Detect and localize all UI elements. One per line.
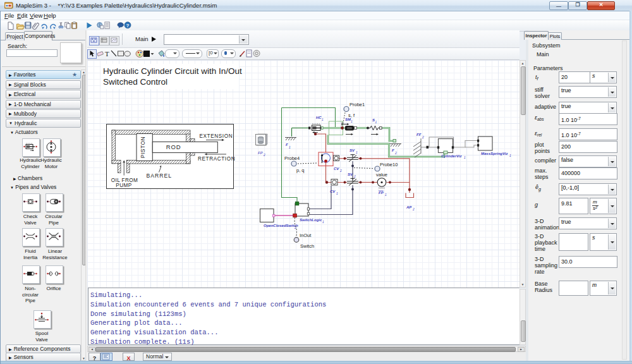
svg-text:1: 1 bbox=[336, 192, 338, 195]
svg-text:T: T bbox=[105, 50, 109, 58]
svg-text:PISTON: PISTON bbox=[140, 136, 146, 159]
svg-text:F: F bbox=[286, 143, 288, 147]
svg-text:HC: HC bbox=[316, 116, 322, 119]
svg-text:2: 2 bbox=[394, 152, 397, 155]
svg-text:ROD: ROD bbox=[166, 143, 181, 150]
svg-text:1: 1 bbox=[385, 193, 387, 197]
svg-text:Switched Control: Switched Control bbox=[103, 77, 167, 87]
svg-text:2: 2 bbox=[263, 154, 265, 157]
svg-text:2: 2 bbox=[412, 208, 415, 211]
svg-text:1: 1 bbox=[351, 120, 353, 123]
svg-text:2: 2 bbox=[353, 175, 356, 178]
svg-text:InOut: InOut bbox=[300, 233, 312, 238]
svg-text:S: S bbox=[372, 118, 375, 122]
svg-text:BARREL: BARREL bbox=[147, 173, 172, 179]
svg-text:OpenClosedSwitch: OpenClosedSwitch bbox=[264, 224, 298, 228]
svg-text:1: 1 bbox=[322, 221, 324, 224]
svg-text:EXTENSION: EXTENSION bbox=[200, 133, 233, 139]
svg-text:Probe4: Probe4 bbox=[284, 155, 300, 161]
svg-text:MassSpringViz: MassSpringViz bbox=[481, 152, 507, 155]
svg-text:SwitchLogic: SwitchLogic bbox=[300, 218, 322, 222]
svg-text:Probe1: Probe1 bbox=[349, 102, 365, 107]
svg-text:1: 1 bbox=[464, 156, 466, 159]
svg-text:1: 1 bbox=[289, 146, 291, 149]
svg-text:s, f: s, f bbox=[348, 112, 355, 118]
svg-text:1: 1 bbox=[356, 151, 358, 154]
svg-text:?: ? bbox=[126, 23, 130, 28]
svg-text:2: 2 bbox=[422, 136, 424, 139]
svg-text:CylinderViz: CylinderViz bbox=[441, 154, 461, 158]
svg-text:FP: FP bbox=[379, 191, 384, 195]
svg-text:1: 1 bbox=[375, 121, 377, 124]
svg-text:SV: SV bbox=[348, 173, 353, 176]
svg-text:F: F bbox=[392, 149, 394, 152]
svg-text:p, q: p, q bbox=[296, 167, 305, 173]
svg-text:PUMP: PUMP bbox=[116, 183, 131, 188]
svg-text:CV: CV bbox=[334, 167, 339, 171]
svg-text:CV: CV bbox=[330, 190, 336, 193]
svg-text:RETRACTION: RETRACTION bbox=[198, 156, 235, 162]
svg-text:AP: AP bbox=[406, 205, 412, 209]
svg-text:value: value bbox=[376, 172, 387, 178]
svg-text:1: 1 bbox=[322, 118, 324, 121]
svg-text:1: 1 bbox=[509, 154, 511, 157]
svg-text:SV: SV bbox=[349, 149, 355, 152]
svg-text:FF: FF bbox=[416, 133, 422, 136]
svg-text:Probe10: Probe10 bbox=[380, 162, 398, 167]
svg-text:FP: FP bbox=[258, 151, 263, 155]
svg-text:Hydraulic Cylinder Circuit wit: Hydraulic Cylinder Circuit with In/Out bbox=[103, 66, 242, 76]
svg-text:Switch: Switch bbox=[300, 243, 314, 249]
svg-text:2: 2 bbox=[339, 169, 342, 173]
